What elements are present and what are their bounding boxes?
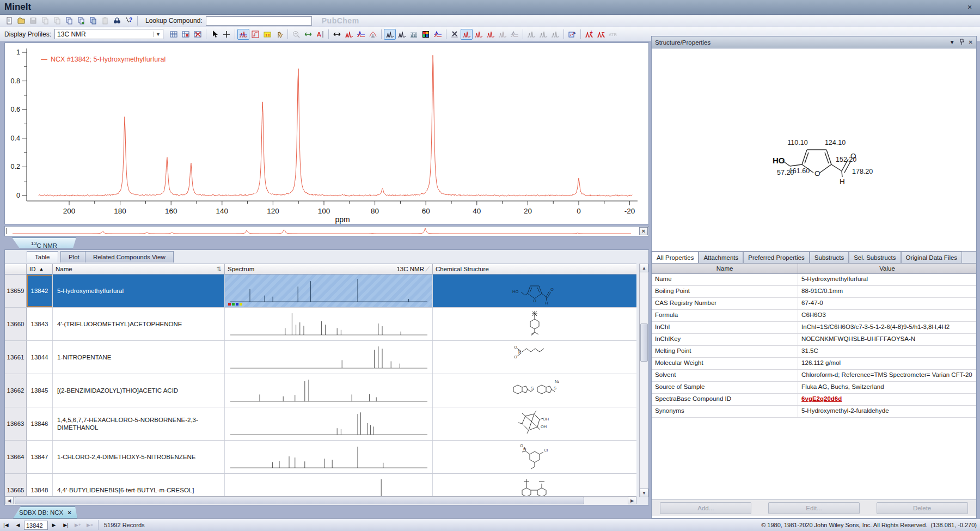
pin-icon[interactable] — [959, 39, 964, 46]
select-cursor-icon[interactable] — [209, 29, 220, 40]
previous-record-icon[interactable]: ◀ — [12, 521, 24, 530]
table-structure-view-icon[interactable] — [180, 29, 192, 40]
zoom-out-icon[interactable] — [290, 29, 302, 40]
name-cell[interactable]: 5-Hydroxymethylfurfural — [53, 274, 225, 307]
autoscale-icon[interactable]: A — [314, 29, 326, 40]
add-button[interactable]: Add... — [660, 502, 751, 514]
table-row[interactable]: 13663138461,4,5,6,7,7-HEXACHLORO-5-NORBO… — [5, 407, 636, 441]
properties-tab-substructs[interactable]: Substructs — [810, 252, 849, 263]
tile-view-icon[interactable] — [408, 29, 420, 40]
paste-icon[interactable] — [99, 15, 111, 26]
table-row[interactable]: 13660138434'-(TRIFLUOROMETHYL)ACETOPHENO… — [5, 308, 636, 341]
inactive-peaks-2-icon[interactable] — [537, 29, 549, 40]
spectrum-thumbnail-cell[interactable] — [225, 274, 433, 307]
table-row[interactable]: 13659138425-HydroxymethylfurfuralHOOOH — [5, 274, 636, 308]
property-row[interactable]: CAS Registry Number67-47-0 — [652, 298, 976, 310]
table-horizontal-scrollbar[interactable]: ◀ ▶ — [5, 496, 636, 505]
id-cell[interactable]: 13845 — [27, 374, 53, 407]
horizontal-scroll-thumb[interactable] — [15, 497, 584, 504]
scroll-down-icon[interactable]: ▼ — [640, 489, 648, 497]
property-row[interactable]: Melting Point31.5C — [652, 346, 976, 358]
tab-sdbx-db-ncx[interactable]: SDBX DB: NCX × — [13, 506, 77, 518]
copy-with-data-icon[interactable] — [75, 15, 87, 26]
properties-tab-attachments[interactable]: Attachments — [699, 252, 743, 263]
ghost-spectra-icon[interactable] — [509, 29, 520, 40]
spectrum-overview-strip[interactable]: ✕ — [4, 226, 649, 236]
id-cell[interactable]: 13842 — [27, 274, 53, 307]
panel-menu-chevron-icon[interactable]: ▼ — [950, 39, 955, 45]
nmr-spectrum-plot[interactable]: NCX #13842; 5-Hydroxymethylfurfural10.80… — [5, 43, 648, 224]
tab-13c-nmr[interactable]: 13C NMR — [12, 237, 76, 248]
spectrum-thumbnail-cell[interactable] — [225, 341, 433, 374]
contour-view-icon[interactable] — [420, 29, 432, 40]
overlay-spectra-icon[interactable] — [343, 29, 355, 40]
property-row[interactable]: SolventChloroform-d; Reference=TMS Spect… — [652, 370, 976, 382]
export-all-icon[interactable] — [51, 15, 63, 26]
structure-thumbnail-cell[interactable]: ONCl — [433, 441, 636, 473]
inactive-peaks-3-icon[interactable] — [549, 29, 561, 40]
active-spectrum-icon[interactable] — [461, 29, 473, 40]
spectrum-thumbnail-cell[interactable] — [225, 407, 433, 440]
properties-value-column-header[interactable]: Value — [798, 264, 976, 273]
name-cell[interactable]: 4,4'-BUTYLIDENEBIS[6-tert-BUTYL-m-CRESOL… — [53, 474, 225, 497]
peak-picking-icon[interactable] — [237, 29, 249, 40]
name-cell[interactable]: 1-NITROPENTANE — [53, 341, 225, 374]
compare-grid-icon[interactable] — [355, 29, 367, 40]
stack-offset-icon[interactable] — [396, 29, 408, 40]
table-row[interactable]: 13664138471-CHLORO-2,4-DIMETHOXY-5-NITRO… — [5, 441, 636, 474]
table-row[interactable]: 13665138484,4'-BUTYLIDENEBIS[6-tert-BUTY… — [5, 474, 636, 497]
name-cell[interactable]: 4'-(TRIFLUOROMETHYL)ACETOPHENONE — [53, 308, 225, 340]
chemical-structure-view[interactable]: HO O O H 57.20 161.60 110.10 124.10 152.… — [652, 48, 976, 251]
property-row[interactable]: Name5-Hydroxymethylfurfural — [652, 274, 976, 286]
baseline-correct-icon[interactable] — [367, 29, 379, 40]
structure-thumbnail-cell[interactable]: HOOOH — [433, 274, 636, 307]
context-help-icon[interactable]: ? — [123, 15, 135, 26]
scroll-left-icon[interactable]: ◀ — [5, 497, 14, 504]
property-row[interactable]: FormulaC6H6O3 — [652, 310, 976, 322]
tab-table[interactable]: Table — [27, 251, 58, 263]
structure-thumbnail-cell[interactable] — [433, 474, 636, 497]
db-tab-close-icon[interactable]: × — [68, 509, 71, 516]
name-cell[interactable]: 1-CHLORO-2,4-DIMETHOXY-5-NITROBENZENE — [53, 441, 225, 473]
row-number-column-header[interactable] — [5, 264, 27, 274]
property-row[interactable]: InChIInChI=1S/C6H6O3/c7-3-5-1-2-6(4-8)9-… — [652, 322, 976, 334]
delete-button[interactable]: Delete — [877, 502, 968, 514]
properties-tab-all-properties[interactable]: All Properties — [652, 252, 699, 263]
table-remove-view-icon[interactable] — [192, 29, 204, 40]
spectrum-thumbnail-cell[interactable] — [225, 374, 433, 407]
properties-name-column-header[interactable]: Name — [652, 264, 798, 273]
first-record-icon[interactable]: |◀ — [0, 521, 12, 530]
copy-special-icon[interactable] — [87, 15, 99, 26]
lookup-compound-input[interactable] — [206, 16, 312, 26]
export-icon[interactable] — [39, 15, 51, 26]
id-cell[interactable]: 13846 — [27, 407, 53, 440]
last-record-icon[interactable]: ▶| — [60, 521, 72, 530]
property-row[interactable]: Synonyms5-Hydroxymethyl-2-furaldehyde — [652, 406, 976, 418]
nmr-spectrum-panel[interactable]: NCX #13842; 5-Hydroxymethylfurfural10.80… — [4, 42, 649, 224]
property-row[interactable]: InChIKeyNOEGNKMFWQHSLB-UHFFFAOYSA-N — [652, 334, 976, 346]
table-view-icon[interactable] — [168, 29, 180, 40]
sort-toggle-icon[interactable]: ⇅ — [216, 265, 222, 273]
pan-hand-icon[interactable] — [273, 29, 285, 40]
property-row[interactable]: Molecular Weight126.112 g/mol — [652, 358, 976, 370]
scroll-right-icon[interactable]: ▶ — [628, 497, 636, 504]
id-column-header[interactable]: ID▲ — [27, 264, 53, 274]
find-icon[interactable] — [111, 15, 123, 26]
spectrum-thumbnail-cell[interactable] — [225, 474, 433, 497]
spectrum-thumbnail-cell[interactable] — [225, 441, 433, 473]
tab-plot[interactable]: Plot — [60, 251, 88, 263]
transfer-to-plot-icon[interactable] — [566, 29, 578, 40]
zoom-extents-icon[interactable] — [302, 29, 314, 40]
name-cell[interactable]: 1,4,5,6,7,7-HEXACHLORO-5-NORBORNENE-2,3-… — [53, 407, 225, 440]
edit-button[interactable]: Edit... — [768, 502, 860, 514]
ghost-spectrum-icon[interactable] — [497, 29, 509, 40]
previous-spectrum-icon[interactable] — [473, 29, 485, 40]
tab-related-compounds-view[interactable]: Related Compounds View — [85, 251, 174, 263]
id-cell[interactable]: 13848 — [27, 474, 53, 497]
structure-column-header[interactable]: Chemical Structure — [433, 264, 636, 274]
structure-thumbnail-cell[interactable]: SSNa — [433, 374, 636, 407]
name-cell[interactable]: [(2-BENZIMIDAZOLYL)THIO]ACETIC ACID — [53, 374, 225, 407]
delete-record-icon[interactable]: ▶× — [84, 521, 96, 530]
next-record-icon[interactable]: ▶ — [48, 521, 60, 530]
add-spectrum-icon[interactable]: + — [583, 29, 595, 40]
